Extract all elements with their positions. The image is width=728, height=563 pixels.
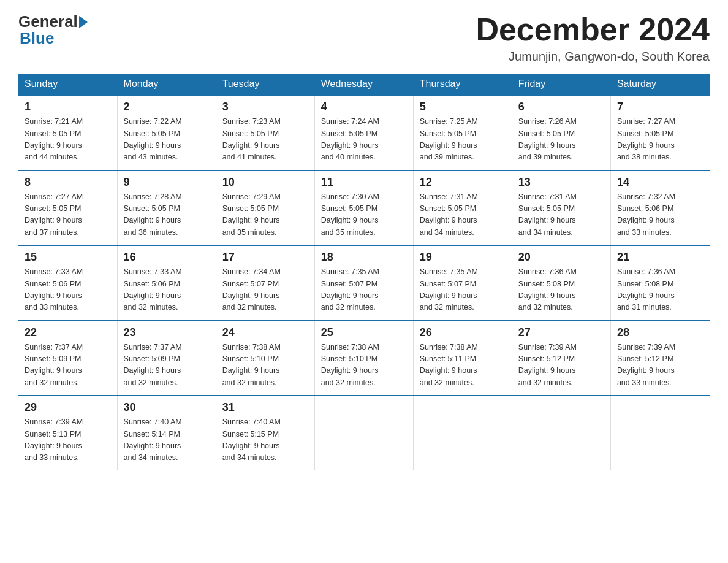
day-number: 11 [321, 176, 407, 189]
calendar-week-row: 8Sunrise: 7:27 AMSunset: 5:05 PMDaylight… [18, 170, 710, 246]
day-info: Sunrise: 7:29 AMSunset: 5:05 PMDaylight:… [222, 191, 308, 239]
calendar-cell: 23Sunrise: 7:37 AMSunset: 5:09 PMDayligh… [117, 321, 216, 396]
month-title: December 2024 [476, 12, 710, 47]
day-number: 15 [25, 251, 111, 264]
day-number: 20 [518, 251, 604, 264]
day-info: Sunrise: 7:38 AMSunset: 5:10 PMDaylight:… [321, 342, 407, 389]
day-info: Sunrise: 7:23 AMSunset: 5:05 PMDaylight:… [222, 116, 308, 164]
day-info: Sunrise: 7:31 AMSunset: 5:05 PMDaylight:… [518, 191, 604, 239]
header-day-saturday: Saturday [610, 74, 709, 95]
day-info: Sunrise: 7:36 AMSunset: 5:08 PMDaylight:… [617, 266, 703, 314]
calendar-header-row: SundayMondayTuesdayWednesdayThursdayFrid… [18, 74, 710, 95]
header-day-thursday: Thursday [413, 74, 512, 95]
calendar-cell: 15Sunrise: 7:33 AMSunset: 5:06 PMDayligh… [18, 245, 117, 321]
day-info: Sunrise: 7:40 AMSunset: 5:14 PMDaylight:… [124, 416, 210, 464]
day-info: Sunrise: 7:33 AMSunset: 5:06 PMDaylight:… [25, 266, 111, 314]
day-info: Sunrise: 7:37 AMSunset: 5:09 PMDaylight:… [25, 342, 111, 389]
calendar-cell: 21Sunrise: 7:36 AMSunset: 5:08 PMDayligh… [610, 245, 709, 321]
day-number: 7 [617, 101, 703, 113]
day-info: Sunrise: 7:26 AMSunset: 5:05 PMDaylight:… [518, 116, 604, 164]
calendar-cell: 18Sunrise: 7:35 AMSunset: 5:07 PMDayligh… [314, 245, 413, 321]
calendar-cell [314, 396, 413, 470]
day-number: 17 [222, 251, 308, 264]
header-day-tuesday: Tuesday [216, 74, 314, 95]
day-number: 18 [321, 251, 407, 264]
day-info: Sunrise: 7:38 AMSunset: 5:11 PMDaylight:… [420, 342, 506, 389]
day-number: 24 [222, 326, 308, 339]
day-number: 27 [518, 326, 604, 339]
day-info: Sunrise: 7:31 AMSunset: 5:05 PMDaylight:… [420, 191, 506, 239]
calendar-cell: 27Sunrise: 7:39 AMSunset: 5:12 PMDayligh… [512, 321, 610, 396]
day-number: 2 [124, 101, 210, 113]
day-number: 9 [124, 176, 210, 189]
calendar-week-row: 29Sunrise: 7:39 AMSunset: 5:13 PMDayligh… [18, 396, 710, 470]
day-info: Sunrise: 7:33 AMSunset: 5:06 PMDaylight:… [124, 266, 210, 314]
calendar-cell: 7Sunrise: 7:27 AMSunset: 5:05 PMDaylight… [610, 95, 709, 170]
day-number: 16 [124, 251, 210, 264]
day-number: 19 [420, 251, 506, 264]
calendar-cell: 1Sunrise: 7:21 AMSunset: 5:05 PMDaylight… [18, 95, 117, 170]
day-number: 26 [420, 326, 506, 339]
day-info: Sunrise: 7:21 AMSunset: 5:05 PMDaylight:… [25, 116, 111, 164]
calendar-cell [512, 396, 610, 470]
day-info: Sunrise: 7:27 AMSunset: 5:05 PMDaylight:… [25, 191, 111, 239]
calendar-cell: 22Sunrise: 7:37 AMSunset: 5:09 PMDayligh… [18, 321, 117, 396]
calendar-cell: 10Sunrise: 7:29 AMSunset: 5:05 PMDayligh… [216, 170, 314, 246]
day-number: 31 [222, 401, 308, 414]
day-info: Sunrise: 7:32 AMSunset: 5:06 PMDaylight:… [617, 191, 703, 239]
calendar-cell: 2Sunrise: 7:22 AMSunset: 5:05 PMDaylight… [117, 95, 216, 170]
calendar-cell [413, 396, 512, 470]
day-info: Sunrise: 7:24 AMSunset: 5:05 PMDaylight:… [321, 116, 407, 164]
calendar-cell: 30Sunrise: 7:40 AMSunset: 5:14 PMDayligh… [117, 396, 216, 470]
day-info: Sunrise: 7:39 AMSunset: 5:13 PMDaylight:… [25, 416, 111, 464]
day-info: Sunrise: 7:40 AMSunset: 5:15 PMDaylight:… [222, 416, 308, 464]
day-info: Sunrise: 7:28 AMSunset: 5:05 PMDaylight:… [124, 191, 210, 239]
calendar-cell: 3Sunrise: 7:23 AMSunset: 5:05 PMDaylight… [216, 95, 314, 170]
day-number: 12 [420, 176, 506, 189]
calendar-cell: 11Sunrise: 7:30 AMSunset: 5:05 PMDayligh… [314, 170, 413, 246]
calendar-cell [610, 396, 709, 470]
calendar-cell: 17Sunrise: 7:34 AMSunset: 5:07 PMDayligh… [216, 245, 314, 321]
day-number: 4 [321, 101, 407, 113]
calendar-cell: 19Sunrise: 7:35 AMSunset: 5:07 PMDayligh… [413, 245, 512, 321]
day-number: 25 [321, 326, 407, 339]
day-number: 29 [25, 401, 111, 414]
logo-blue-text: Blue [20, 29, 54, 48]
day-number: 6 [518, 101, 604, 113]
day-number: 28 [617, 326, 703, 339]
header-day-sunday: Sunday [18, 74, 117, 95]
day-info: Sunrise: 7:25 AMSunset: 5:05 PMDaylight:… [420, 116, 506, 164]
day-info: Sunrise: 7:34 AMSunset: 5:07 PMDaylight:… [222, 266, 308, 314]
day-number: 5 [420, 101, 506, 113]
logo-arrow-icon [79, 16, 88, 28]
calendar-cell: 24Sunrise: 7:38 AMSunset: 5:10 PMDayligh… [216, 321, 314, 396]
calendar-cell: 6Sunrise: 7:26 AMSunset: 5:05 PMDaylight… [512, 95, 610, 170]
day-info: Sunrise: 7:39 AMSunset: 5:12 PMDaylight:… [617, 342, 703, 389]
day-info: Sunrise: 7:39 AMSunset: 5:12 PMDaylight:… [518, 342, 604, 389]
day-number: 30 [124, 401, 210, 414]
day-number: 3 [222, 101, 308, 113]
day-number: 14 [617, 176, 703, 189]
day-number: 21 [617, 251, 703, 264]
header-day-monday: Monday [117, 74, 216, 95]
location-subtitle: Jumunjin, Gangwon-do, South Korea [476, 50, 710, 64]
calendar-cell: 25Sunrise: 7:38 AMSunset: 5:10 PMDayligh… [314, 321, 413, 396]
page-header: General Blue December 2024 Jumunjin, Gan… [18, 12, 710, 64]
day-number: 22 [25, 326, 111, 339]
day-number: 23 [124, 326, 210, 339]
header-day-friday: Friday [512, 74, 610, 95]
calendar-cell: 5Sunrise: 7:25 AMSunset: 5:05 PMDaylight… [413, 95, 512, 170]
day-info: Sunrise: 7:37 AMSunset: 5:09 PMDaylight:… [124, 342, 210, 389]
day-number: 10 [222, 176, 308, 189]
calendar-cell: 14Sunrise: 7:32 AMSunset: 5:06 PMDayligh… [610, 170, 709, 246]
day-number: 8 [25, 176, 111, 189]
day-info: Sunrise: 7:35 AMSunset: 5:07 PMDaylight:… [420, 266, 506, 314]
header-day-wednesday: Wednesday [314, 74, 413, 95]
day-number: 13 [518, 176, 604, 189]
day-info: Sunrise: 7:30 AMSunset: 5:05 PMDaylight:… [321, 191, 407, 239]
day-info: Sunrise: 7:35 AMSunset: 5:07 PMDaylight:… [321, 266, 407, 314]
calendar-cell: 16Sunrise: 7:33 AMSunset: 5:06 PMDayligh… [117, 245, 216, 321]
calendar-table: SundayMondayTuesdayWednesdayThursdayFrid… [18, 74, 710, 470]
day-info: Sunrise: 7:36 AMSunset: 5:08 PMDaylight:… [518, 266, 604, 314]
calendar-cell: 13Sunrise: 7:31 AMSunset: 5:05 PMDayligh… [512, 170, 610, 246]
